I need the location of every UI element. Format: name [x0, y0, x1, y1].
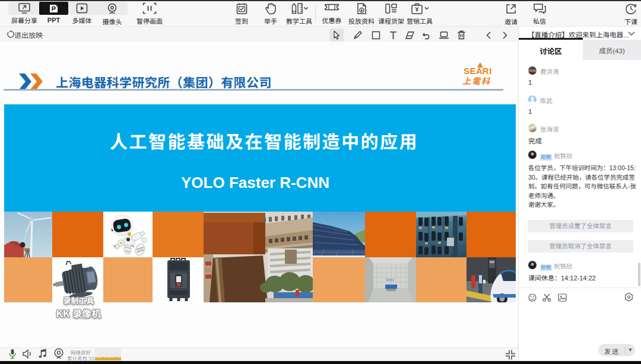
svg-text:EMC: EMC	[386, 278, 395, 282]
